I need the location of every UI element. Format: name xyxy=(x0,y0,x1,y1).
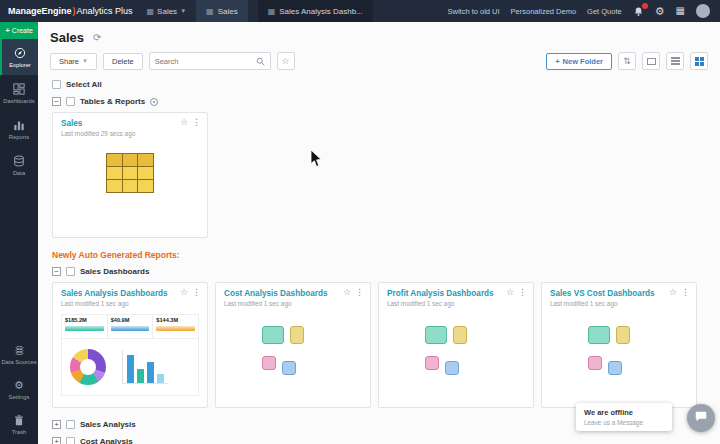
card-actions: ☆ ⋮ xyxy=(343,288,364,297)
kpi-value: $40.9M xyxy=(111,317,150,323)
chat-status: We are offline xyxy=(584,408,664,417)
card-sales-table[interactable]: Sales Last modified 29 secs ago ☆ ⋮ xyxy=(52,112,208,238)
star-icon[interactable]: ☆ xyxy=(506,288,514,297)
card-actions: ☆ ⋮ xyxy=(506,288,527,297)
star-icon[interactable]: ☆ xyxy=(180,288,188,297)
sidebar-item-reports[interactable]: Reports xyxy=(0,111,38,147)
create-button-label: Create xyxy=(12,27,33,34)
tab-sales-analysis-label: Sales Analysis Dashb... xyxy=(279,7,363,16)
grid-view-icon xyxy=(695,57,704,66)
plus-icon: + xyxy=(5,26,10,35)
delete-button[interactable]: Delete xyxy=(103,53,143,70)
refresh-icon[interactable]: ⟳ xyxy=(93,32,101,43)
brand-name: ManageEngine xyxy=(8,6,72,16)
topbar-right: Switch to old UI Personalized Demo Get Q… xyxy=(448,4,720,18)
get-quote-link[interactable]: Get Quote xyxy=(587,7,622,16)
sidebar-item-label: Reports xyxy=(9,134,29,140)
grid-view-button[interactable] xyxy=(690,52,708,70)
select-all-row: Select All xyxy=(38,76,720,93)
sidebar-item-data-sources[interactable]: Data Sources xyxy=(0,337,38,372)
sidebar-item-trash[interactable]: Trash xyxy=(0,407,38,442)
workspace-grid-icon: ▦ xyxy=(147,7,155,16)
brand-separator-icon: ) xyxy=(73,6,76,16)
chat-bubble-button[interactable] xyxy=(687,404,715,432)
create-button[interactable]: + Create xyxy=(0,22,38,39)
chat-bubble-icon xyxy=(694,409,708,427)
expand-icon[interactable]: + xyxy=(52,420,61,429)
switch-to-old-ui-link[interactable]: Switch to old UI xyxy=(448,7,500,16)
section-label: Sales Dashboards xyxy=(80,267,149,276)
expand-icon[interactable]: + xyxy=(52,437,61,444)
main-content: Sales ⟳ Share ▼ Delete ☆ + New Folder ⇅ xyxy=(38,22,720,444)
section-cost-analysis: + Cost Analysis xyxy=(38,433,720,444)
kebab-menu-icon[interactable]: ⋮ xyxy=(192,288,201,297)
star-icon[interactable]: ☆ xyxy=(343,288,351,297)
card-actions: ☆ ⋮ xyxy=(180,288,201,297)
section-tables-reports: − Tables & Reports xyxy=(38,93,720,110)
tab-sales-analysis-dashboard[interactable]: ▦ Sales Analysis Dashb... xyxy=(258,0,373,22)
favorites-filter-button[interactable]: ☆ xyxy=(277,52,295,70)
card-sales-vs-cost-dashboards[interactable]: Sales VS Cost Dashboards Last modified 1… xyxy=(541,282,697,408)
tab-sales[interactable]: ▦ Sales xyxy=(196,0,248,22)
chat-cta-link[interactable]: Leave us a Message xyxy=(584,419,664,426)
section-checkbox[interactable] xyxy=(66,420,75,429)
section-checkbox[interactable] xyxy=(66,437,75,444)
star-icon[interactable]: ☆ xyxy=(669,288,677,297)
kebab-menu-icon[interactable]: ⋮ xyxy=(192,118,201,127)
delete-button-label: Delete xyxy=(112,57,134,66)
notifications-bell-icon[interactable] xyxy=(633,6,644,17)
notification-badge xyxy=(642,3,648,9)
workspace-selector[interactable]: ▦ Sales ▼ xyxy=(147,7,187,16)
collapse-icon[interactable]: − xyxy=(52,97,61,106)
scope-radio-icon[interactable] xyxy=(150,98,158,106)
kpi-value: $185.2M xyxy=(65,317,104,323)
search-icon[interactable] xyxy=(256,52,265,70)
card-cost-analysis-dashboards[interactable]: Cost Analysis Dashboards Last modified 1… xyxy=(215,282,371,408)
page-header: Sales ⟳ xyxy=(38,22,720,50)
collapse-icon[interactable]: − xyxy=(52,267,61,276)
list-view-button[interactable] xyxy=(666,52,684,70)
kebab-menu-icon[interactable]: ⋮ xyxy=(355,288,364,297)
plus-icon: + xyxy=(555,57,559,66)
chat-widget[interactable]: We are offline Leave us a Message xyxy=(576,403,672,431)
dashboard-tab-icon: ▦ xyxy=(268,7,276,16)
product-name: Analytics Plus xyxy=(77,6,133,16)
sidebar-item-data[interactable]: Data xyxy=(0,147,38,183)
share-button-label: Share xyxy=(59,57,79,66)
card-modified: Last modified 1 sec ago xyxy=(61,300,199,307)
sidebar-item-settings[interactable]: ⚙ Settings xyxy=(0,372,38,407)
card-modified: Last modified 29 secs ago xyxy=(61,130,199,137)
data-sources-icon xyxy=(14,345,25,356)
avatar[interactable] xyxy=(696,4,710,18)
sort-arrows-icon: ⇅ xyxy=(623,56,631,66)
select-all-checkbox[interactable] xyxy=(52,80,61,89)
star-icon: ☆ xyxy=(282,56,290,66)
sidebar-item-dashboards[interactable]: Dashboards xyxy=(0,75,38,111)
chevron-down-icon: ▼ xyxy=(82,58,88,64)
card-title: Cost Analysis Dashboards xyxy=(224,289,362,298)
tables-cards-row: Sales Last modified 29 secs ago ☆ ⋮ xyxy=(38,110,720,240)
kebab-menu-icon[interactable]: ⋮ xyxy=(518,288,527,297)
share-button[interactable]: Share ▼ xyxy=(50,53,97,70)
section-checkbox[interactable] xyxy=(66,97,75,106)
gear-icon[interactable]: ⚙ xyxy=(655,6,665,17)
kebab-menu-icon[interactable]: ⋮ xyxy=(681,288,690,297)
sidebar-item-explorer[interactable]: Explorer xyxy=(0,39,38,75)
dashboard-thumbnail xyxy=(550,314,688,396)
card-view-button[interactable] xyxy=(642,52,660,70)
card-profit-analysis-dashboards[interactable]: Profit Analysis Dashboards Last modified… xyxy=(378,282,534,408)
reports-chart-icon xyxy=(13,119,25,131)
select-all-label: Select All xyxy=(66,80,102,89)
card-sales-analysis-dashboards[interactable]: Sales Analysis Dashboards Last modified … xyxy=(52,282,208,408)
card-title: Sales xyxy=(61,119,199,128)
new-folder-button[interactable]: + New Folder xyxy=(546,53,612,70)
new-folder-label: New Folder xyxy=(563,57,603,66)
search-input[interactable] xyxy=(155,57,256,66)
star-icon[interactable]: ☆ xyxy=(180,118,188,127)
section-sales-dashboards: − Sales Dashboards xyxy=(38,263,720,280)
section-checkbox[interactable] xyxy=(66,267,75,276)
sort-button[interactable]: ⇅ xyxy=(618,52,636,70)
personalized-demo-link[interactable]: Personalized Demo xyxy=(511,7,576,16)
brand-logo[interactable]: ManageEngine)Analytics Plus xyxy=(8,6,133,16)
apps-grid-icon[interactable]: ▦ xyxy=(676,6,685,16)
